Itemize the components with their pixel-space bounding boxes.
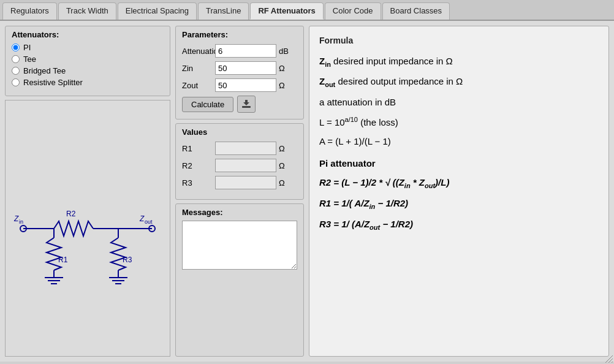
formula-r2: R2 = (L − 1)/2 * √ ((Zin * Zout)/L)	[319, 175, 599, 192]
messages-group: Messages:	[175, 203, 304, 357]
formula-title: Formula	[319, 34, 599, 48]
values-title: Values	[182, 127, 297, 137]
zout-unit: Ω	[279, 81, 291, 90]
radio-pi-label: PI	[23, 43, 31, 52]
zin-unit: Ω	[279, 64, 291, 73]
r2-label: R2	[182, 161, 213, 170]
attenuation-input[interactable]	[215, 44, 276, 58]
middle-panel: Parameters: Attenuation dB Zin Ω Zout Ω …	[175, 26, 304, 357]
r1-input[interactable]	[215, 142, 276, 155]
r3-label: R3	[182, 178, 213, 188]
radio-tee-input[interactable]	[12, 55, 20, 63]
values-group: Values R1 Ω R2 Ω R3 Ω	[175, 123, 304, 200]
zout-row: Zout Ω	[182, 78, 297, 92]
tab-rf-attenuators[interactable]: RF Attenuators	[250, 2, 323, 20]
attenuation-label: Attenuation	[182, 47, 213, 56]
attenuation-unit: dB	[279, 47, 291, 56]
tab-track-width[interactable]: Track Width	[58, 2, 116, 20]
main-content: Attenuators: PI Tee Bridged Tee Resistiv…	[0, 21, 614, 362]
svg-text:R1: R1	[58, 256, 68, 264]
radio-bridged-tee-label: Bridged Tee	[23, 66, 66, 75]
formula-pi-title: Pi attenuator	[319, 156, 599, 172]
zout-input[interactable]	[215, 78, 276, 92]
zin-row: Zin Ω	[182, 61, 297, 75]
r2-unit: Ω	[279, 161, 291, 170]
r3-input[interactable]	[215, 176, 276, 189]
svg-text:R3: R3	[123, 256, 132, 264]
formula-zout: Zout desired output impedance in Ω	[319, 74, 599, 91]
radio-tee[interactable]: Tee	[12, 55, 164, 64]
resize-handle-icon	[605, 355, 613, 363]
attenuators-title: Attenuators:	[12, 30, 164, 39]
svg-marker-22	[243, 100, 249, 105]
svg-line-25	[612, 362, 613, 363]
zout-label: Zout	[182, 81, 213, 90]
pi-attenuator-diagram: R2 R1 R3	[11, 167, 164, 290]
tab-transline[interactable]: TransLine	[198, 2, 249, 20]
radio-resistive-splitter-input[interactable]	[12, 78, 20, 86]
params-title: Parameters:	[182, 30, 297, 39]
tab-bar: Regulators Track Width Electrical Spacin…	[0, 0, 614, 21]
radio-resistive-splitter[interactable]: Resistive Splitter	[12, 78, 164, 87]
radio-pi[interactable]: PI	[12, 43, 164, 52]
radio-resistive-splitter-label: Resistive Splitter	[23, 78, 83, 87]
radio-bridged-tee-input[interactable]	[12, 67, 20, 75]
svg-text:out: out	[145, 219, 153, 225]
svg-text:in: in	[19, 219, 23, 225]
r2-input[interactable]	[215, 159, 276, 172]
r1-label: R1	[182, 144, 213, 153]
formula-r3: R3 = 1/ (A/Zout − 1/R2)	[319, 216, 599, 233]
r1-unit: Ω	[279, 144, 291, 153]
formula-A: A = (L + 1)/(L − 1)	[319, 134, 599, 150]
left-panel: Attenuators: PI Tee Bridged Tee Resistiv…	[5, 26, 170, 357]
r2-row: R2 Ω	[182, 159, 297, 172]
radio-bridged-tee[interactable]: Bridged Tee	[12, 66, 164, 75]
attenuation-row: Attenuation dB	[182, 44, 297, 58]
tab-regulators[interactable]: Regulators	[2, 2, 57, 20]
radio-tee-label: Tee	[23, 55, 36, 64]
calculate-button[interactable]: Calculate	[182, 97, 233, 112]
zin-input[interactable]	[215, 61, 276, 75]
r1-row: R1 Ω	[182, 142, 297, 155]
attenuators-group: Attenuators: PI Tee Bridged Tee Resistiv…	[5, 26, 170, 96]
svg-rect-21	[242, 106, 251, 108]
btn-row: Calculate	[182, 96, 297, 113]
download-icon	[241, 99, 252, 110]
tab-board-classes[interactable]: Board Classes	[382, 2, 450, 20]
radio-pi-input[interactable]	[12, 44, 20, 51]
messages-input[interactable]	[182, 221, 297, 270]
messages-title: Messages:	[182, 208, 297, 217]
r3-row: R3 Ω	[182, 176, 297, 189]
formula-r1: R1 = 1/( A/Zin − 1/R2)	[319, 195, 599, 213]
svg-text:Z: Z	[139, 214, 145, 223]
tab-electrical-spacing[interactable]: Electrical Spacing	[118, 2, 197, 20]
params-group: Parameters: Attenuation dB Zin Ω Zout Ω …	[175, 26, 304, 119]
formula-zin: Zin desired input impedance in Ω	[319, 53, 599, 70]
formula-panel: Formula Zin desired input impedance in Ω…	[309, 26, 609, 357]
formula-a: a attenuation in dB	[319, 94, 599, 110]
svg-line-23	[605, 355, 613, 363]
download-button[interactable]	[237, 96, 256, 113]
svg-text:R2: R2	[66, 210, 76, 218]
tab-color-code[interactable]: Color Code	[325, 2, 381, 20]
zin-label: Zin	[182, 64, 213, 73]
diagram-area: R2 R1 R3	[5, 100, 170, 357]
svg-text:Z: Z	[13, 214, 19, 223]
r3-unit: Ω	[279, 178, 291, 188]
formula-l: L = 10a/10 (the loss)	[319, 114, 599, 131]
